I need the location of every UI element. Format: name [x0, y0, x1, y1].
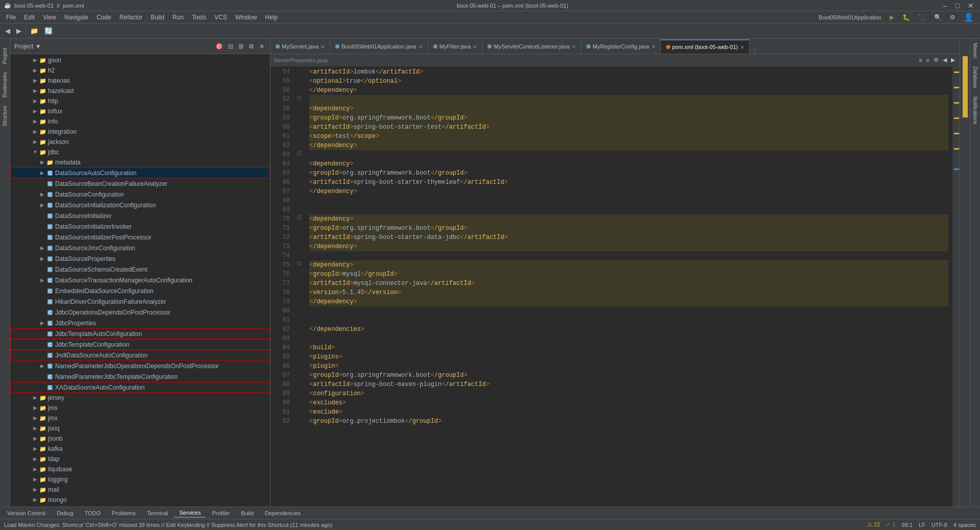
tab-close-3[interactable]: ✕ — [473, 44, 477, 50]
close-button[interactable]: ✕ — [966, 2, 976, 10]
menu-edit[interactable]: Edit — [20, 13, 39, 22]
bottom-tab-problems[interactable]: Problems — [107, 509, 140, 517]
menu-code[interactable]: Code — [92, 13, 115, 22]
tree-item-JdbcTemplateAutoConfiguration[interactable]: CJdbcTemplateAutoConfiguration — [10, 328, 270, 339]
run-button[interactable]: ▶ — [886, 13, 898, 22]
tree-item-mail[interactable]: ▶📁mail — [10, 485, 270, 495]
tree-item-jsonb[interactable]: ▶📁jsonb — [10, 433, 270, 444]
tree-item-info[interactable]: ▶📁info — [10, 116, 270, 127]
tree-item-DataSourceInitializerPostProcessor[interactable]: CDataSourceInitializerPostProcessor — [10, 232, 270, 243]
tree-item-influx[interactable]: ▶📁influx — [10, 106, 270, 116]
menu-run[interactable]: Run — [168, 13, 188, 22]
tree-item-JdbcTemplateConfiguration[interactable]: CJdbcTemplateConfiguration — [10, 339, 270, 350]
menu-refactor[interactable]: Refactor — [115, 13, 146, 22]
tree-item-NamedParameterJdbcTemplateConfiguration[interactable]: CNamedParameterJdbcTemplateConfiguration — [10, 371, 270, 382]
tree-item-DataSourceTransactionManagerAutoConfiguration[interactable]: ▶CDataSourceTransactionManagerAutoConfig… — [10, 275, 270, 285]
scrollbar-overview[interactable] — [952, 66, 960, 507]
tree-item-hazelcast[interactable]: ▶📁hazelcast — [10, 86, 270, 96]
menu-navigate[interactable]: Navigate — [60, 13, 92, 22]
tree-item-JdbcProperties[interactable]: ▶CJdbcProperties — [10, 318, 270, 328]
encoding-status[interactable]: UTF-8 — [932, 522, 947, 528]
menu-file[interactable]: File — [2, 13, 20, 22]
toolbar-recent[interactable]: 📁 — [28, 26, 40, 36]
server-properties-tab[interactable]: ServerProperties.java — [274, 57, 328, 63]
tree-item-DataSourceInitializationConfiguration[interactable]: ▶CDataSourceInitializationConfiguration — [10, 200, 270, 210]
lf-status[interactable]: LF — [919, 522, 925, 528]
tree-item-DataSourceSchemaCreatedEvent[interactable]: CDataSourceSchemaCreatedEvent — [10, 264, 270, 275]
tab-close-2[interactable]: ✕ — [419, 44, 423, 50]
toolbar-back[interactable]: ◀ — [3, 26, 12, 36]
menu-vcs[interactable]: VCS — [210, 13, 231, 22]
settings-button[interactable]: ⚙ — [946, 13, 960, 22]
structure-side-tab[interactable]: Structure — [1, 102, 9, 131]
bottom-tab-vcs[interactable]: Version Control — [2, 509, 51, 517]
structure-btn[interactable]: ≡ — [917, 57, 923, 64]
tree-item-mongo[interactable]: ▶📁mongo — [10, 495, 270, 505]
user-avatar[interactable]: 👤 — [960, 11, 978, 23]
align-left-btn[interactable]: ≡ — [925, 57, 931, 64]
bookmarks-side-tab[interactable]: Bookmarks — [1, 68, 9, 102]
tree-item-DataSourceAutoConfiguration[interactable]: ▶CDataSourceAutoConfiguration — [10, 167, 270, 178]
bottom-tab-profiler[interactable]: Profiler — [207, 509, 235, 517]
tree-item-DataSourceBeanCreationFailureAnalyzer[interactable]: CDataSourceBeanCreationFailureAnalyzer — [10, 178, 270, 189]
tab-close[interactable]: ✕ — [321, 44, 325, 50]
search-everywhere[interactable]: 🔍 — [930, 13, 946, 22]
expand-all-btn[interactable]: ⊞ — [237, 42, 245, 51]
tab-close-6[interactable]: ✕ — [740, 44, 744, 50]
panel-hide-btn[interactable]: ✕ — [258, 42, 266, 51]
project-tree[interactable]: ▶📁gson▶📁h2▶📁hateoas▶📁hazelcast▶📁http▶📁in… — [10, 54, 270, 507]
tab-overflow[interactable]: ⋮ — [752, 46, 758, 54]
tree-item-jooq[interactable]: ▶📁jooq — [10, 423, 270, 433]
tab-close-4[interactable]: ✕ — [572, 44, 576, 50]
collapse-all-btn[interactable]: ⊟ — [227, 42, 235, 51]
tab-MyServletContextListener[interactable]: MyServletContextListener.java ✕ — [482, 39, 581, 54]
tree-item-XADataSourceAutoConfiguration[interactable]: CXADataSourceAutoConfiguration — [10, 382, 270, 393]
bottom-tab-todo[interactable]: TODO — [80, 509, 106, 517]
maximize-button[interactable]: □ — [953, 2, 962, 10]
prev-change-btn[interactable]: ◀ — [941, 56, 948, 64]
tree-item-liquibase[interactable]: ▶📁liquibase — [10, 464, 270, 474]
project-side-tab[interactable]: Project — [1, 44, 9, 68]
tree-item-jdbc[interactable]: ▼📁jdbc — [10, 147, 270, 157]
tree-item-h2[interactable]: ▶📁h2 — [10, 65, 270, 76]
menu-build[interactable]: Build — [146, 13, 168, 22]
database-tab[interactable]: Database — [971, 62, 979, 92]
notifications-tab[interactable]: Notifications — [971, 92, 979, 128]
tree-item-http[interactable]: ▶📁http — [10, 96, 270, 106]
toggle-btn[interactable]: ⚙ — [932, 56, 940, 64]
tree-item-integration[interactable]: ▶📁integration — [10, 127, 270, 137]
tree-item-DataSourceInitializerInvoker[interactable]: CDataSourceInitializerInvoker — [10, 221, 270, 232]
tree-item-logging[interactable]: ▶📁logging — [10, 474, 270, 485]
minimize-button[interactable]: – — [941, 2, 949, 10]
tree-item-gson[interactable]: ▶📁gson — [10, 55, 270, 65]
debug-button[interactable]: 🐛 — [898, 13, 914, 22]
menu-help[interactable]: Help — [261, 13, 282, 22]
tree-item-NamedParameterJdbcOperationsDependsOnPostProcessor[interactable]: ▶CNamedParameterJdbcOperationsDependsOnP… — [10, 360, 270, 371]
tree-item-JdbcOperationsDependsOnPostProcessor[interactable]: CJdbcOperationsDependsOnPostProcessor — [10, 307, 270, 318]
tree-item-jackson[interactable]: ▶📁jackson — [10, 137, 270, 147]
tree-item-jmx[interactable]: ▶📁jmx — [10, 413, 270, 423]
tree-item-metadata[interactable]: ▶📁metadata — [10, 157, 270, 167]
tree-item-jersey[interactable]: ▶📁jersey — [10, 393, 270, 403]
tree-item-DataSourceInitializer[interactable]: CDataSourceInitializer — [10, 210, 270, 221]
tree-item-ldap[interactable]: ▶📁ldap — [10, 454, 270, 464]
bottom-tab-build[interactable]: Build — [236, 509, 258, 517]
bottom-tab-debug[interactable]: Debug — [52, 509, 78, 517]
tree-item-hateoas[interactable]: ▶📁hateoas — [10, 76, 270, 86]
tree-item-DataSourceProperties[interactable]: ▶CDataSourceProperties — [10, 253, 270, 264]
tree-item-DataSourceConfiguration[interactable]: ▶CDataSourceConfiguration — [10, 189, 270, 200]
menu-view[interactable]: View — [39, 13, 60, 22]
tree-item-DataSourceJmxConfiguration[interactable]: ▶CDataSourceJmxConfiguration — [10, 243, 270, 253]
next-change-btn[interactable]: ▶ — [949, 56, 957, 64]
tab-pom[interactable]: pom.xml (boot-05-web-01) ✕ — [661, 39, 750, 54]
toolbar-forward[interactable]: ▶ — [14, 26, 23, 36]
tree-item-JndiDataSourceAutoConfiguration[interactable]: CJndiDataSourceAutoConfiguration — [10, 350, 270, 360]
menu-window[interactable]: Window — [231, 13, 261, 22]
bottom-tab-terminal[interactable]: Terminal — [142, 509, 174, 517]
tree-item-EmbeddedDataSourceConfiguration[interactable]: CEmbeddedDataSourceConfiguration — [10, 285, 270, 296]
stop-button[interactable]: ⬛ — [914, 13, 930, 22]
line-col-status[interactable]: 99:1 — [902, 522, 913, 528]
bottom-tab-dependencies[interactable]: Dependencies — [260, 509, 306, 517]
tree-item-kafka[interactable]: ▶📁kafka — [10, 444, 270, 454]
panel-settings-btn[interactable]: ⚙ — [247, 42, 256, 51]
